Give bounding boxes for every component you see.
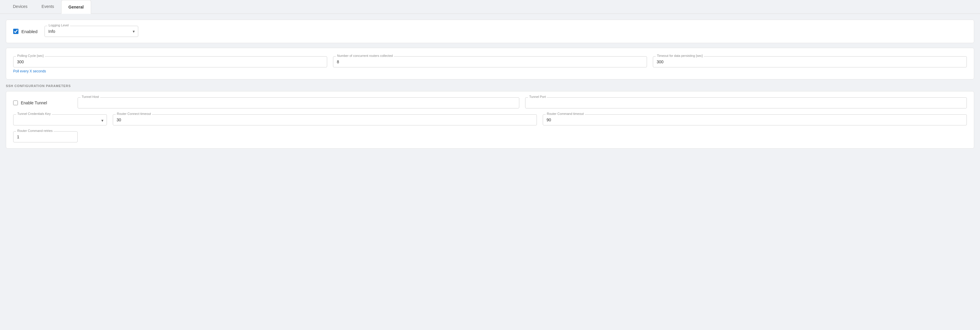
- tab-events[interactable]: Events: [35, 0, 61, 14]
- router-command-timeout-label: Router Command timeout: [546, 112, 585, 115]
- tunnel-port-label: Tunnel Port: [528, 95, 547, 99]
- router-command-retries-label: Router Command retries: [16, 129, 54, 132]
- polling-fields-row: Polling Cycle [sec] Number of concurrent…: [13, 56, 967, 67]
- enable-tunnel-checkbox[interactable]: [13, 100, 18, 105]
- credentials-key-label: Tunnel Credentials Key: [16, 112, 52, 115]
- ssh-section-title: SSH CONFIGURATION PARAMETERS: [6, 84, 974, 88]
- enabled-checkbox[interactable]: [13, 29, 19, 34]
- tunnel-port-group: Tunnel Port: [525, 97, 967, 108]
- credentials-key-select[interactable]: [13, 114, 107, 126]
- enable-tunnel-label: Enable Tunnel: [21, 100, 47, 105]
- polling-hint: Poll every X seconds: [13, 69, 967, 73]
- concurrent-routers-label: Number of concurrent routers collected: [336, 54, 394, 57]
- enabled-checkbox-wrapper: Enabled: [13, 29, 38, 34]
- logging-level-select[interactable]: Info Debug Warning Error: [45, 26, 138, 37]
- tab-bar: Devices Events General: [0, 0, 980, 14]
- logging-level-group: Logging Level Info Debug Warning Error: [45, 26, 138, 37]
- tunnel-host-label: Tunnel Host: [81, 95, 100, 99]
- main-content: Enabled Logging Level Info Debug Warning…: [0, 14, 980, 329]
- polling-cycle-group: Polling Cycle [sec]: [13, 56, 327, 67]
- router-command-timeout-input[interactable]: [543, 114, 967, 126]
- ssh-middle-row: Tunnel Credentials Key Router Connect ti…: [13, 114, 967, 126]
- polling-cycle-label: Polling Cycle [sec]: [16, 54, 45, 57]
- tab-devices[interactable]: Devices: [6, 0, 35, 14]
- tab-general[interactable]: General: [61, 0, 91, 14]
- enable-tunnel-wrapper: Enable Tunnel: [13, 100, 72, 105]
- enabled-card: Enabled Logging Level Info Debug Warning…: [6, 20, 974, 43]
- polling-cycle-input[interactable]: [13, 56, 327, 67]
- enabled-label: Enabled: [21, 29, 38, 34]
- concurrent-routers-input[interactable]: [333, 56, 647, 67]
- router-command-timeout-group: Router Command timeout: [543, 114, 967, 126]
- polling-card: Polling Cycle [sec] Number of concurrent…: [6, 48, 974, 80]
- logging-level-label: Logging Level: [48, 24, 70, 27]
- timeout-persisting-group: Timeout for data persisting [sec]: [653, 56, 967, 67]
- tunnel-host-input[interactable]: [78, 97, 519, 108]
- router-connect-timeout-group: Router Connect timeout: [113, 114, 537, 126]
- ssh-card: Enable Tunnel Tunnel Host Tunnel Port Tu…: [6, 91, 974, 148]
- credentials-key-group: Tunnel Credentials Key: [13, 114, 107, 126]
- tunnel-port-input[interactable]: [525, 97, 967, 108]
- router-connect-timeout-label: Router Connect timeout: [116, 112, 152, 115]
- router-command-retries-group: Router Command retries: [13, 131, 78, 142]
- enabled-row: Enabled Logging Level Info Debug Warning…: [13, 26, 967, 37]
- tunnel-host-group: Tunnel Host: [78, 97, 519, 108]
- router-connect-timeout-input[interactable]: [113, 114, 537, 126]
- ssh-bottom-row: Router Command retries: [13, 131, 967, 142]
- timeout-persisting-label: Timeout for data persisting [sec]: [656, 54, 704, 57]
- timeout-persisting-input[interactable]: [653, 56, 967, 67]
- router-command-retries-input[interactable]: [13, 131, 78, 142]
- concurrent-routers-group: Number of concurrent routers collected: [333, 56, 647, 67]
- ssh-top-row: Enable Tunnel Tunnel Host Tunnel Port: [13, 97, 967, 108]
